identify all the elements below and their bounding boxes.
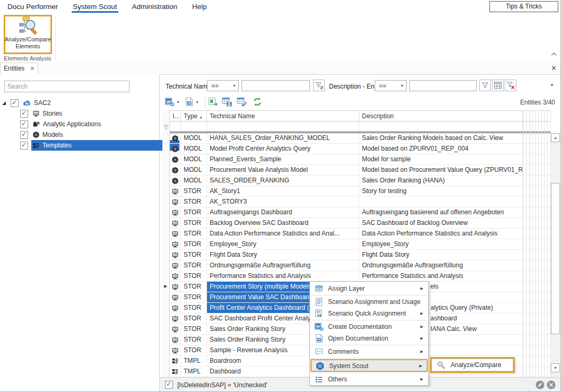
table-row[interactable]: MODLPlanned_Events_SampleModel for sampl… [162, 154, 551, 165]
scenario-document-icon [314, 298, 324, 306]
word-create-button[interactable]: W▼ [165, 97, 180, 107]
filter-editor-button[interactable] [492, 80, 504, 91]
menu-item-analyze-compare[interactable]: Analyze/Compare [431, 359, 513, 371]
dropdown-caret-icon[interactable]: ▼ [195, 100, 199, 104]
table-row[interactable]: MODLModel Profit Center Analytics QueryM… [162, 144, 551, 154]
table-import-button[interactable] [237, 97, 247, 107]
scrollbar-thumb[interactable] [551, 183, 560, 334]
cell-technical-name[interactable]: Procurement Value Analysis Model [207, 165, 359, 176]
search-input[interactable] [4, 81, 130, 92]
cell-type: MODL [181, 165, 207, 176]
menu-item-open-documentation[interactable]: WOpen Documentation▶ [310, 333, 428, 344]
menu-item-scenario-assignment-and-usage[interactable]: Scenario Assignment and Usage [310, 296, 428, 308]
filter-menu-button[interactable] [313, 80, 325, 91]
cell-technical-name[interactable]: Flight Data Story [207, 250, 359, 260]
column-header-technical-name[interactable]: Technical Name [207, 111, 359, 121]
scroll-down-icon[interactable]: ▼ [551, 363, 560, 372]
menu-item-scenario-quick-assignment[interactable]: Scenario Quick Assignment▶ [310, 308, 428, 319]
model-icon [171, 135, 179, 142]
table-row[interactable]: STORBacklog Overview SAC DashboardSAC Da… [162, 218, 551, 229]
tab-entities[interactable]: Entities ✕ [0, 63, 38, 74]
menu-item-create-documentation[interactable]: WCreate Documentation▶ [310, 321, 428, 333]
table-row[interactable]: MODLHANA_SALES_Order_RANKING_MODELSales … [162, 133, 551, 144]
filter-button[interactable] [479, 80, 491, 91]
cell-technical-name[interactable]: Data Action Performance Statistics and A… [207, 229, 359, 239]
table-row[interactable]: STORData Action Performance Statistics a… [162, 229, 551, 239]
story-icon [171, 230, 179, 238]
story-icon [171, 283, 179, 291]
tree-node-models[interactable]: Models [0, 129, 179, 140]
tree-node-stories[interactable]: Stories [0, 108, 179, 119]
panel-close-icon[interactable]: ✕ [551, 64, 557, 72]
menubar-item-docu-performer[interactable]: Docu Performer [0, 0, 65, 13]
table-row[interactable]: STORAK_Story1Story for testing [162, 186, 551, 197]
cell-technical-name[interactable]: Ordnungsgemäße Auftragserfüllung [207, 260, 359, 271]
table-row[interactable]: STORAK_STORY3 [162, 197, 551, 207]
description-filter-input[interactable] [409, 80, 477, 91]
story-icon [171, 251, 179, 259]
tree-node-analytic-applications[interactable]: Analytic Applications [0, 119, 179, 129]
tree-checkbox[interactable] [20, 110, 28, 118]
cell-type-icon [170, 186, 181, 197]
technical-name-filter-input[interactable] [241, 80, 310, 91]
table-row[interactable]: STOROrdnungsgemäße AuftragserfüllungOrdn… [162, 260, 551, 271]
menu-item-others[interactable]: Others▶ [310, 373, 428, 385]
table-row[interactable]: STORFlight Data StoryFlight Data Story [162, 250, 551, 260]
tab-close-icon[interactable]: ✕ [30, 65, 34, 72]
tree-checkbox[interactable] [20, 120, 28, 128]
analyze-compare-elements-button[interactable]: Analyze/Compare Elements [4, 15, 52, 54]
cell-technical-name[interactable]: Employee_Story [207, 239, 359, 250]
menubar-item-help[interactable]: Help [185, 0, 214, 13]
menubar-item-system-scout[interactable]: System Scout [65, 0, 124, 13]
cell-technical-name[interactable]: SALES_ORDER_RANKING [207, 176, 359, 186]
cell-technical-name[interactable]: Performance Statistics and Analysis [207, 271, 359, 282]
tree-checkbox[interactable] [20, 142, 28, 150]
tree-node-templates[interactable]: Templates [0, 140, 179, 151]
scenario-quick-icon [314, 309, 324, 318]
table-row[interactable]: MODLProcurement Value Analysis ModelMode… [162, 165, 551, 176]
close-icon[interactable] [547, 380, 556, 389]
table-row[interactable]: STOREmployee_StoryEmployee_Story [162, 239, 551, 250]
cell-type-icon [170, 154, 181, 165]
story-icon [171, 209, 179, 216]
table-save-button[interactable] [222, 97, 232, 107]
tips-and-tricks-button[interactable]: Tips & Tricks [489, 1, 558, 12]
filter-operator-select[interactable]: ==▼ [207, 80, 239, 91]
edit-pencil-icon[interactable] [536, 380, 545, 389]
tree-checkbox[interactable] [11, 99, 19, 107]
menubar-item-administration[interactable]: Administration [125, 0, 185, 13]
table-row[interactable]: MODLSALES_ORDER_RANKINGSales Order Ranki… [162, 176, 551, 186]
collapse-ribbon-chevron-icon[interactable] [551, 52, 557, 56]
column-header-type[interactable]: Type ▲ [181, 111, 207, 121]
filter-operator-select[interactable]: ==▼ [375, 80, 407, 91]
word-open-button[interactable]: W▼ [185, 97, 199, 107]
cell-technical-name[interactable]: Backlog Overview SAC Dashboard [207, 218, 359, 229]
cell-technical-name[interactable]: AK_STORY3 [207, 197, 359, 207]
analyze-button-label: Analyze/Compare Elements [5, 36, 51, 50]
cell-technical-name[interactable]: Planned_Events_Sample [207, 154, 359, 165]
cell-technical-name[interactable]: AK_Story1 [207, 186, 359, 197]
filter-dropdown-icon[interactable]: ▼ [550, 83, 554, 88]
excel-export-button[interactable] [208, 97, 218, 107]
dropdown-caret-icon[interactable]: ▼ [176, 100, 180, 104]
cell-technical-name[interactable]: Auftragseingangs Dashboard [207, 207, 359, 218]
menu-item-comments[interactable]: Comments▶ [310, 346, 428, 358]
refresh-button[interactable] [253, 97, 262, 107]
clear-filter-button[interactable] [505, 80, 516, 91]
tree-expander-icon[interactable] [0, 101, 7, 106]
cell-technical-name[interactable]: Model Profit Center Analytics Query [207, 144, 359, 154]
menu-item-system-scout[interactable]: System Scout▶ [312, 360, 427, 372]
table-row[interactable]: STORAuftragseingangs DashboardAuftragsei… [162, 207, 551, 218]
status-filter-checkbox[interactable] [165, 381, 173, 389]
scroll-up-icon[interactable]: ▲ [551, 133, 560, 142]
tree-node-sac2[interactable]: SAC2 [0, 98, 159, 108]
cell-description: Story for testing [359, 186, 523, 197]
grid-auto-filter-row[interactable] [162, 121, 551, 133]
cell-technical-name[interactable]: HANA_SALES_Order_RANKING_MODEL [207, 133, 359, 144]
tree-checkbox[interactable] [20, 131, 28, 139]
vertical-scrollbar[interactable]: ▲ ▼ [551, 133, 560, 377]
table-row[interactable]: STORPerformance Statistics and AnalysisP… [162, 271, 551, 282]
menu-item-assign-layer[interactable]: Assign Layer▶ [310, 283, 428, 294]
column-header-icon[interactable]: I... [170, 111, 181, 121]
column-header-description[interactable]: Description [359, 111, 523, 121]
